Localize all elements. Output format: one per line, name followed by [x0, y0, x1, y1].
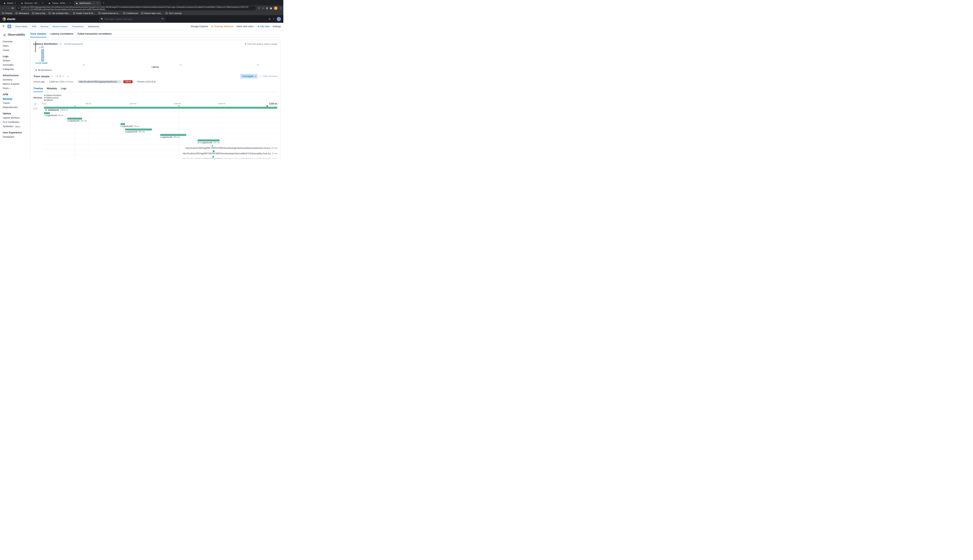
waterfall-span-row[interactable]: Longtask(self)66 ms: [44, 112, 277, 117]
waterfall-span-row[interactable]: Longtask(self)52 ms: [44, 122, 277, 128]
trace-url-badge[interactable]: http://localhost:5601/lqg/app/dashboards…: [78, 80, 121, 83]
back-button[interactable]: ←: [2, 7, 5, 10]
close-icon[interactable]: ×: [97, 2, 99, 4]
close-icon[interactable]: ×: [14, 2, 17, 4]
info-icon[interactable]: i: [60, 43, 62, 45]
page-last[interactable]: ⇥: [67, 75, 69, 78]
add-data-link[interactable]: ⊕Add data: [257, 25, 269, 28]
bookmark-item[interactable]: Useful External Le...: [98, 12, 120, 14]
service-legend-item[interactable]: kibana-proxy: [44, 97, 61, 99]
breadcrumb-item[interactable]: APM: [30, 25, 38, 28]
page-prev[interactable]: ‹: [55, 75, 55, 77]
waterfall-span-row[interactable]: Longtask(self)293 ms: [44, 133, 277, 139]
breadcrumb-item[interactable]: Services: [38, 25, 50, 28]
nav-overview[interactable]: Overview: [3, 40, 25, 44]
tab-logs[interactable]: Logs: [61, 85, 66, 92]
nav-metrics-explorer[interactable]: Metrics Explorer: [3, 82, 25, 86]
waterfall-span-row[interactable]: 2x Longtask(self)247 ms: [44, 139, 277, 144]
bookmark-item[interactable]: Conferences: [123, 12, 138, 14]
nav-stream[interactable]: Stream: [3, 58, 25, 63]
ruler-tick: 0 ms: [42, 103, 46, 105]
nav-toggle[interactable]: [2, 25, 5, 28]
nav-services[interactable]: Services: [3, 97, 25, 101]
nav-uptime-monitors[interactable]: Uptime Monitors: [3, 116, 25, 120]
services-label: Services: [33, 97, 42, 99]
storage-explorer-link[interactable]: Storage Explorer: [191, 25, 208, 28]
waterfall-span-row[interactable]: 🌐dashboards2,628 ms: [44, 106, 277, 112]
browser-tab[interactable]: ◆Services - APM - Observability×: [19, 1, 46, 5]
bookmark-item[interactable]: Workspace: [15, 12, 29, 14]
waterfall-span-row[interactable]: http://localhost:5601/lqg/90071992547409…: [44, 155, 277, 159]
breadcrumb-item[interactable]: Transactions: [69, 25, 86, 28]
tab-failed-correlations[interactable]: Failed transaction correlations: [78, 30, 112, 37]
nav-synthetics[interactable]: SyntheticsBETA: [3, 124, 25, 128]
waterfall-span-row[interactable]: http://localhost:5601/lqg/90071992547409…: [44, 144, 277, 150]
breadcrumb-item[interactable]: kibana-frontend: [50, 25, 70, 28]
nav-tls-certificates[interactable]: TLS Certificates: [3, 120, 25, 124]
bookmark-item[interactable]: Life at Elastic Res...: [48, 12, 70, 14]
error-badge[interactable]: 1 Error: [124, 80, 132, 83]
nav-hosts[interactable]: Hosts⚗: [3, 86, 25, 90]
menu-icon[interactable]: ⋮: [279, 7, 282, 10]
axis-expand-icon[interactable]: ⇲: [34, 103, 36, 105]
settings-icon[interactable]: ⊕: [269, 18, 271, 20]
forward-button[interactable]: →: [7, 7, 10, 10]
space-selector[interactable]: D: [7, 25, 11, 28]
bookmark-icon[interactable]: ☆: [262, 7, 264, 10]
nav-categories[interactable]: Categories: [3, 67, 25, 72]
breadcrumb-item[interactable]: Observability: [13, 25, 30, 28]
profile-avatar[interactable]: [274, 7, 278, 10]
panel-icon[interactable]: ▣: [270, 7, 272, 10]
tab-latency-correlations[interactable]: Latency correlations: [50, 30, 74, 37]
service-legend-item[interactable]: kibana-frontend: [44, 94, 61, 97]
waterfall-span-row[interactable]: Longtask(self)167 ms: [44, 117, 277, 122]
bookmark-item[interactable]: Elastic Travel & Ex...: [73, 12, 95, 14]
browser-tab-active[interactable]: ◆dashboards - Transactions - k×: [74, 1, 101, 5]
new-tab-button[interactable]: +: [103, 1, 104, 4]
checkbox[interactable]: [259, 75, 262, 77]
extensions-icon[interactable]: ⊞: [266, 7, 268, 10]
bookmark-item[interactable]: Day to Day: [32, 12, 45, 14]
latency-chart[interactable]: Transactions 10 1 95p Current sample 3 s…: [35, 47, 277, 66]
settings-link[interactable]: Settings: [273, 25, 281, 28]
nav-dashboard[interactable]: Dashboard: [3, 135, 25, 139]
close-icon[interactable]: ×: [69, 2, 72, 4]
investigate-button[interactable]: Investigate ▾: [240, 74, 257, 78]
search-input[interactable]: [99, 17, 166, 22]
nav-cases[interactable]: Cases: [3, 48, 25, 52]
elastic-logo[interactable]: elastic: [2, 17, 15, 21]
share-icon[interactable]: ⇧: [258, 7, 260, 10]
nav-dependencies[interactable]: Dependencies: [3, 105, 25, 110]
page-first[interactable]: ⇤: [51, 75, 53, 78]
service-legend-item[interactable]: kibana: [44, 99, 61, 101]
tab-metadata[interactable]: Metadata: [47, 85, 57, 92]
breadcrumbs: ObservabilityAPMServiceskibana-frontendT…: [13, 25, 101, 28]
span-label: 🌐dashboards2,628 ms: [45, 109, 68, 111]
close-icon[interactable]: ×: [42, 2, 44, 4]
waterfall-span-row[interactable]: http://localhost:5601/lqg/90071992547409…: [44, 150, 277, 155]
chevron-down-icon: ▾: [33, 108, 34, 110]
collapse-toggle[interactable]: ▾57: [33, 108, 37, 110]
breadcrumb-item[interactable]: dashboards: [86, 25, 101, 28]
anomaly-detection-link[interactable]: ⚙Anomaly detection: [211, 25, 233, 28]
reload-button[interactable]: ⟳: [12, 7, 14, 10]
browser-tab[interactable]: ◆Elastic×: [2, 1, 19, 5]
bookmark-item[interactable]: Tech Learning: [166, 12, 182, 14]
browser-tab[interactable]: ◆Traces - APM - Observability×: [46, 1, 74, 5]
nav-traces[interactable]: Traces: [3, 101, 25, 105]
bookmark-item[interactable]: Policies: [2, 12, 12, 14]
url-field[interactable]: ⓘlocalhost:5601/lqg/app/apm/services/kib…: [16, 6, 256, 10]
waterfall-span-row[interactable]: Longtask(self)302 ms: [44, 128, 277, 133]
bookmark-item[interactable]: Kahoot Sign Lond...: [141, 12, 162, 14]
nav-inventory[interactable]: Inventory: [3, 78, 25, 82]
nav-anomalies[interactable]: Anomalies: [3, 63, 25, 67]
alerts-rules-dropdown[interactable]: Alerts and rules▾: [236, 25, 254, 28]
span-bar: [125, 128, 152, 130]
user-avatar[interactable]: [277, 17, 281, 21]
tab-trace-samples[interactable]: Trace samples: [30, 30, 46, 37]
help-icon[interactable]: ?: [273, 18, 274, 20]
page-next[interactable]: ›: [65, 75, 66, 77]
tab-timeline[interactable]: Timeline: [33, 85, 43, 92]
nav-alerts[interactable]: Alerts: [3, 44, 25, 48]
view-full-trace[interactable]: View full trace: [259, 75, 277, 78]
